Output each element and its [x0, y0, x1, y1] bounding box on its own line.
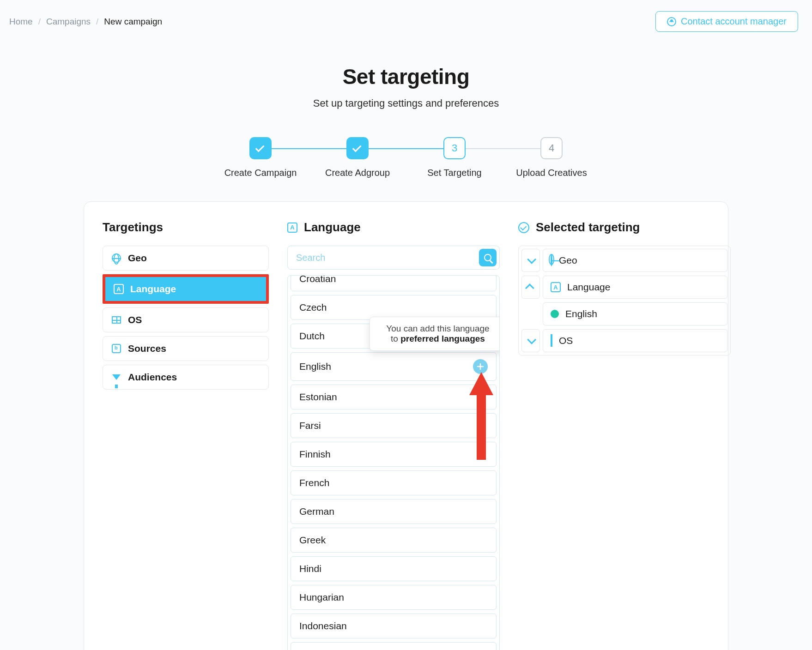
language-row-italian[interactable]: Italian — [291, 642, 497, 650]
language-label: Croatian — [299, 275, 336, 284]
language-search[interactable] — [287, 246, 500, 270]
language-label: French — [299, 477, 329, 488]
add-language-button[interactable] — [473, 359, 488, 374]
os-icon — [111, 315, 121, 325]
targetings-column: Targetings Geo A Language OS Sources — [103, 220, 269, 650]
selected-language-english[interactable]: English — [543, 302, 727, 325]
targeting-sources-label: Sources — [128, 343, 166, 354]
tooltip-line1: You can add this language — [378, 324, 497, 334]
language-row-estonian[interactable]: Estonian — [291, 385, 497, 409]
language-list[interactable]: Croatian Czech Dutch English You can add… — [287, 275, 500, 650]
chevron-down-icon — [527, 255, 536, 264]
status-dot-icon — [551, 310, 559, 318]
step-1-label: Create Campaign — [224, 168, 297, 178]
language-row-croatian[interactable]: Croatian — [291, 275, 497, 291]
language-label: Estonian — [299, 391, 337, 403]
chevron-down-icon — [527, 335, 536, 344]
language-icon: A — [551, 282, 561, 292]
language-label: Dutch — [299, 331, 325, 342]
page-subtitle: Set up targeting settings and preference… — [0, 97, 812, 109]
language-header: A Language — [287, 220, 500, 235]
targeting-geo-label: Geo — [128, 253, 147, 264]
language-label: Farsi — [299, 420, 321, 431]
breadcrumb-home[interactable]: Home — [9, 17, 33, 27]
targeting-geo[interactable]: Geo — [103, 246, 269, 271]
page-title: Set targeting — [0, 64, 812, 89]
breadcrumb: Home / Campaigns / New campaign — [9, 17, 162, 27]
targeting-audiences-label: Audiences — [128, 372, 177, 383]
search-input[interactable] — [296, 253, 479, 263]
language-row-english[interactable]: English You can add this language to pre… — [291, 352, 497, 381]
language-label: Finnish — [299, 449, 331, 460]
sources-icon — [111, 343, 121, 354]
os-icon — [551, 335, 552, 346]
language-row-french[interactable]: French — [291, 470, 497, 495]
language-row-finnish[interactable]: Finnish — [291, 442, 497, 467]
step-2-label: Create Adgroup — [325, 168, 390, 178]
breadcrumb-current: New campaign — [104, 17, 162, 27]
check-icon — [352, 143, 362, 152]
language-header-label: Language — [304, 220, 361, 235]
step-2-box[interactable] — [346, 137, 369, 159]
selected-targeting-column: Selected targeting Geo A Language Englis… — [518, 220, 731, 650]
targeting-os-label: OS — [128, 314, 142, 325]
step-3-box[interactable]: 3 — [443, 137, 466, 159]
stepper: Create Campaign Create Adgroup 3 Set Tar… — [0, 137, 812, 178]
breadcrumb-campaigns[interactable]: Campaigns — [46, 17, 91, 27]
search-button[interactable] — [479, 249, 497, 266]
selected-geo[interactable]: Geo — [543, 249, 727, 272]
search-icon — [484, 254, 491, 261]
globe-icon — [111, 253, 121, 263]
language-row-indonesian[interactable]: Indonesian — [291, 614, 497, 638]
language-row-hungarian[interactable]: Hungarian — [291, 585, 497, 610]
language-label: English — [299, 361, 331, 372]
selected-os-toggle[interactable] — [521, 329, 540, 352]
selected-geo-toggle[interactable] — [521, 249, 540, 272]
step-1-box[interactable] — [249, 137, 272, 159]
language-row-hindi[interactable]: Hindi — [291, 556, 497, 581]
check-icon — [255, 143, 265, 152]
language-label: German — [299, 506, 334, 517]
add-language-tooltip: You can add this language to preferred l… — [370, 317, 500, 351]
contact-button-label: Contact account manager — [681, 16, 787, 27]
selected-header-label: Selected targeting — [536, 220, 640, 235]
plus-icon — [477, 363, 484, 370]
chevron-up-icon — [525, 283, 534, 293]
language-label: Hungarian — [299, 592, 344, 603]
language-label: Indonesian — [299, 620, 347, 632]
selected-geo-label: Geo — [559, 255, 577, 266]
breadcrumb-sep: / — [38, 17, 41, 27]
selected-language-toggle[interactable] — [521, 276, 540, 299]
language-icon: A — [114, 284, 124, 294]
contact-account-manager-button[interactable]: Contact account manager — [655, 11, 798, 32]
selected-os[interactable]: OS — [543, 329, 727, 352]
language-row-czech[interactable]: Czech — [291, 295, 497, 320]
step-4-label: Upload Creatives — [516, 168, 587, 178]
targeting-sources[interactable]: Sources — [103, 336, 269, 361]
step-4-box[interactable]: 4 — [540, 137, 563, 159]
targeting-language-label: Language — [130, 283, 176, 295]
selected-english-label: English — [565, 308, 597, 319]
check-circle-icon — [518, 222, 529, 233]
language-row-greek[interactable]: Greek — [291, 528, 497, 553]
language-row-german[interactable]: German — [291, 499, 497, 524]
funnel-icon — [111, 372, 121, 382]
language-label: Czech — [299, 302, 327, 313]
selected-header: Selected targeting — [518, 220, 731, 235]
user-circle-icon — [667, 17, 676, 26]
language-label: Greek — [299, 535, 326, 546]
language-icon: A — [287, 223, 297, 233]
breadcrumb-sep: / — [96, 17, 98, 27]
targeting-language[interactable]: A Language — [105, 277, 266, 301]
targeting-os[interactable]: OS — [103, 307, 269, 332]
selected-os-label: OS — [559, 335, 573, 346]
tooltip-line2-bold: preferred languages — [400, 334, 485, 343]
globe-icon — [551, 255, 552, 266]
language-column: A Language Croatian Czech Dutch English … — [287, 220, 500, 650]
selected-language[interactable]: A Language — [543, 276, 727, 299]
targetings-header: Targetings — [103, 220, 269, 235]
targeting-audiences[interactable]: Audiences — [103, 365, 269, 390]
step-3-label: Set Targeting — [427, 168, 482, 178]
tooltip-line2-prefix: to — [391, 334, 400, 343]
language-row-farsi[interactable]: Farsi — [291, 413, 497, 438]
